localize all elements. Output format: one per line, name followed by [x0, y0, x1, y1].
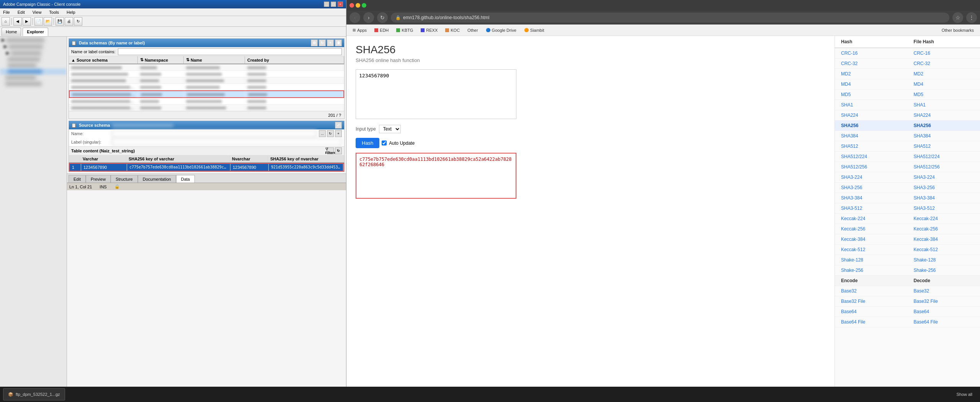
hash-name[interactable]: Shake-256 — [835, 265, 908, 276]
browser-minimize-btn[interactable] — [356, 3, 360, 8]
file-hash-name[interactable]: Keccak-224 — [908, 214, 980, 224]
address-bar[interactable]: 🔒 emn178.github.io/online-tools/sha256.h… — [391, 13, 949, 23]
show-all-button[interactable]: Show all — [952, 392, 977, 397]
hash-name[interactable]: SHA1 — [835, 100, 908, 110]
bookmark-other-bookmarks[interactable]: Other bookmarks — [939, 26, 977, 34]
hash-table-row[interactable]: Keccak-512Keccak-512 — [835, 245, 980, 255]
bookmark-btn[interactable]: ☆ — [952, 12, 963, 23]
hash-name[interactable]: SHA3-384 — [835, 193, 908, 203]
file-hash-name[interactable]: SHA1 — [908, 100, 980, 110]
tab-documentation[interactable]: Documentation — [138, 175, 176, 183]
sidebar-item-7[interactable] — [0, 75, 67, 81]
sidebar-item-5[interactable] — [0, 62, 67, 69]
hash-table-row[interactable]: MD2MD2 — [835, 69, 980, 79]
file-hash-name[interactable]: MD4 — [908, 79, 980, 90]
file-hash-name[interactable]: SHA512 — [908, 141, 980, 152]
hash-name[interactable]: Base64 — [835, 307, 908, 317]
file-hash-name[interactable]: Keccak-512 — [908, 245, 980, 255]
sha-input[interactable]: 1234567890 — [356, 69, 516, 119]
file-hash-name[interactable]: SHA512/256 — [908, 162, 980, 172]
hash-name[interactable]: Shake-128 — [835, 255, 908, 265]
open-btn[interactable]: 📂 — [44, 17, 52, 26]
hash-name[interactable]: MD4 — [835, 79, 908, 90]
hash-name[interactable]: CRC-16 — [835, 48, 908, 59]
sidebar-item-8[interactable] — [0, 81, 67, 87]
tab-edit[interactable]: Edit — [69, 175, 86, 183]
hash-table-row[interactable]: SHA224SHA224 — [835, 110, 980, 121]
menu-tools[interactable]: Tools — [47, 10, 60, 15]
file-hash-name[interactable]: Shake-128 — [908, 255, 980, 265]
nav-explorer[interactable]: Explorer — [23, 28, 48, 36]
nav-home[interactable]: Home — [2, 28, 21, 36]
bookmark-other[interactable]: Other — [464, 26, 481, 34]
bookmark-siambit[interactable]: 🟠 Siambit — [521, 26, 547, 34]
file-hash-name[interactable]: Base64 — [908, 307, 980, 317]
hash-name[interactable]: Keccak-256 — [835, 224, 908, 234]
hash-table-row[interactable]: SHA512SHA512 — [835, 141, 980, 152]
menu-edit[interactable]: Edit — [16, 10, 26, 15]
hash-table-row[interactable]: Base64 FileBase64 File — [835, 317, 980, 327]
auto-update-checkbox[interactable] — [382, 141, 387, 145]
sidebar-item-2[interactable]: ▶ — [0, 43, 67, 50]
hash-name[interactable]: Keccak-224 — [835, 214, 908, 224]
hash-table-row[interactable]: SHA512/224SHA512/224 — [835, 152, 980, 162]
hash-name[interactable]: SHA224 — [835, 110, 908, 121]
reload-nav-btn[interactable]: ↻ — [377, 12, 388, 23]
table-row-selected[interactable]: xxxxxxxxxxxxxxxxxxxxxxxxxxxxxxxxx xxxxxx… — [69, 90, 344, 98]
bookmark-apps[interactable]: ⊞ Apps — [350, 26, 370, 34]
hash-button[interactable]: Hash — [356, 138, 379, 148]
hash-name[interactable]: Base64 File — [835, 317, 908, 327]
hash-table-row[interactable]: SHA3-256SHA3-256 — [835, 183, 980, 193]
hash-table-row[interactable]: Shake-128Shake-128 — [835, 255, 980, 265]
menu-view[interactable]: View — [31, 10, 43, 15]
name-btn1[interactable]: ... — [319, 130, 326, 137]
col-namespace[interactable]: ⇅ Namespace — [138, 56, 184, 64]
print-btn[interactable]: 🖨 — [65, 17, 73, 26]
bookmark-koc[interactable]: KOC — [442, 26, 463, 34]
tab-structure[interactable]: Structure — [111, 175, 138, 183]
hash-name[interactable]: SHA3-256 — [835, 183, 908, 193]
hash-name[interactable]: SHA3-224 — [835, 172, 908, 183]
save-btn[interactable]: 💾 — [56, 17, 64, 26]
hash-table-row[interactable]: SHA1SHA1 — [835, 100, 980, 110]
input-type-select[interactable]: Text File — [379, 125, 401, 133]
filter-input[interactable] — [118, 48, 342, 55]
table-refresh-btn[interactable]: ↻ — [335, 147, 342, 154]
hash-table-row[interactable]: SHA3-512SHA3-512 — [835, 203, 980, 214]
hash-table-row[interactable]: Base64Base64 — [835, 307, 980, 317]
refresh-btn[interactable]: ↻ — [74, 17, 82, 26]
hash-name[interactable]: CRC-32 — [835, 59, 908, 69]
hash-name[interactable]: SHA3-512 — [835, 203, 908, 214]
sidebar-item-6[interactable] — [0, 69, 67, 75]
hash-table-row[interactable]: SHA512/256SHA512/256 — [835, 162, 980, 172]
label-input[interactable] — [112, 139, 342, 145]
table-filters-btn[interactable]: ▽ Filters — [327, 147, 334, 154]
tab-preview[interactable]: Preview — [86, 175, 111, 183]
data-row-1[interactable]: 1 1234567890 c775e7b757ede630cd0aa1113bd… — [69, 163, 344, 172]
new-btn[interactable]: 📄 — [34, 17, 43, 26]
file-hash-name[interactable]: SHA3-512 — [908, 203, 980, 214]
file-hash-name[interactable]: MD2 — [908, 69, 980, 79]
hash-name[interactable]: MD5 — [835, 90, 908, 100]
hash-table-row[interactable]: CRC-16CRC-16 — [835, 48, 980, 59]
source-expand-btn[interactable]: ⤢ — [335, 122, 342, 129]
hash-table-row[interactable]: MD5MD5 — [835, 90, 980, 100]
hash-table-row[interactable]: Shake-256Shake-256 — [835, 265, 980, 276]
hash-name[interactable]: SHA512/224 — [835, 152, 908, 162]
settings-btn[interactable]: ⋮ — [966, 12, 977, 23]
back-nav-btn[interactable]: ‹ — [350, 12, 360, 23]
forward-btn[interactable]: ▶ — [23, 17, 31, 26]
hash-table-row[interactable]: Base32Base32 — [835, 286, 980, 296]
file-hash-name[interactable]: SHA256 — [908, 121, 980, 131]
home-toolbar-btn[interactable]: ⌂ — [2, 17, 10, 26]
file-hash-name[interactable]: CRC-32 — [908, 59, 980, 69]
bookmark-kbtg[interactable]: KBTG — [393, 26, 416, 34]
hash-name[interactable]: SHA384 — [835, 131, 908, 141]
sidebar-item-3[interactable]: ▶ — [0, 50, 67, 56]
back-btn[interactable]: ◀ — [13, 17, 22, 26]
hash-name[interactable]: Keccak-384 — [835, 234, 908, 245]
hash-table-row[interactable]: SHA384SHA384 — [835, 131, 980, 141]
hash-table-row[interactable]: CRC-32CRC-32 — [835, 59, 980, 69]
hash-name[interactable]: SHA512 — [835, 141, 908, 152]
file-hash-name[interactable]: CRC-16 — [908, 48, 980, 59]
